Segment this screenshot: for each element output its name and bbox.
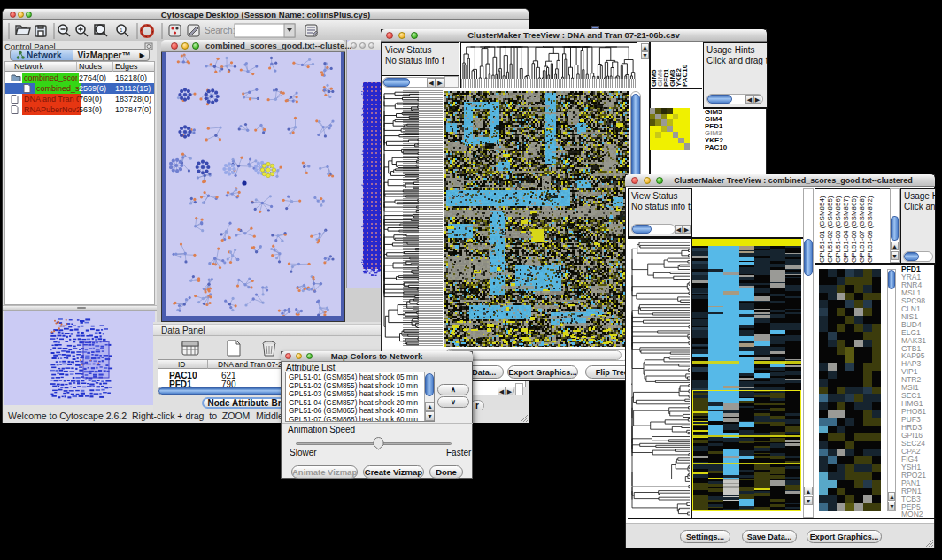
svg-text:GPL51-03 (GSM856): GPL51-03 (GSM856) (834, 196, 842, 263)
svg-text:GPL51-08 (GSM872): GPL51-08 (GSM872) (866, 196, 874, 263)
svg-text:Search:: Search: (205, 26, 235, 35)
svg-text:GPL51-01 (GSM854): GPL51-01 (GSM854) (818, 196, 826, 263)
svg-text:GPL51-06 (GSM865): GPL51-06 (GSM865) (850, 196, 858, 263)
svg-text:GPL51-02 (GSM855): GPL51-02 (GSM855) (826, 196, 834, 263)
svg-text:GPL51-04 (GSM857): GPL51-04 (GSM857) (842, 196, 850, 263)
svg-text:PAC10: PAC10 (681, 64, 689, 87)
svg-text:GPL51-07 (GSM868): GPL51-07 (GSM868) (858, 196, 866, 263)
svg-text:1: 1 (120, 27, 123, 33)
